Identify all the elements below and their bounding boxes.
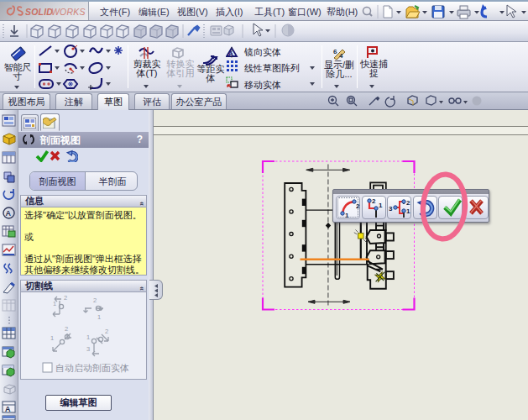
svg-text:2: 2 bbox=[105, 328, 108, 335]
svg-text:1: 1 bbox=[50, 334, 54, 342]
svg-text:自动启动剖面实体: 自动启动剖面实体 bbox=[55, 363, 129, 373]
svg-text:1: 1 bbox=[406, 207, 410, 215]
svg-text:2: 2 bbox=[64, 294, 67, 302]
svg-text:1: 1 bbox=[53, 300, 56, 307]
svg-text:1: 1 bbox=[379, 202, 383, 209]
svg-text:6: 6 bbox=[333, 48, 337, 55]
svg-text:1: 1 bbox=[86, 333, 90, 341]
svg-text:2: 2 bbox=[93, 297, 97, 304]
svg-text:4: 4 bbox=[339, 52, 343, 60]
svg-text:A: A bbox=[228, 50, 233, 57]
svg-text:2: 2 bbox=[65, 325, 68, 333]
svg-text:2: 2 bbox=[356, 202, 360, 210]
svg-text:A: A bbox=[6, 209, 12, 218]
svg-text:1: 1 bbox=[97, 313, 101, 321]
svg-text:1: 1 bbox=[345, 212, 349, 219]
svg-text:WORKS: WORKS bbox=[51, 7, 86, 17]
svg-text:A: A bbox=[5, 405, 11, 413]
svg-text:3: 3 bbox=[86, 345, 90, 353]
svg-text:SOLID: SOLID bbox=[25, 7, 53, 17]
svg-text:2: 2 bbox=[406, 199, 410, 207]
svg-text:3: 3 bbox=[389, 205, 393, 213]
svg-text:2: 2 bbox=[372, 197, 376, 205]
